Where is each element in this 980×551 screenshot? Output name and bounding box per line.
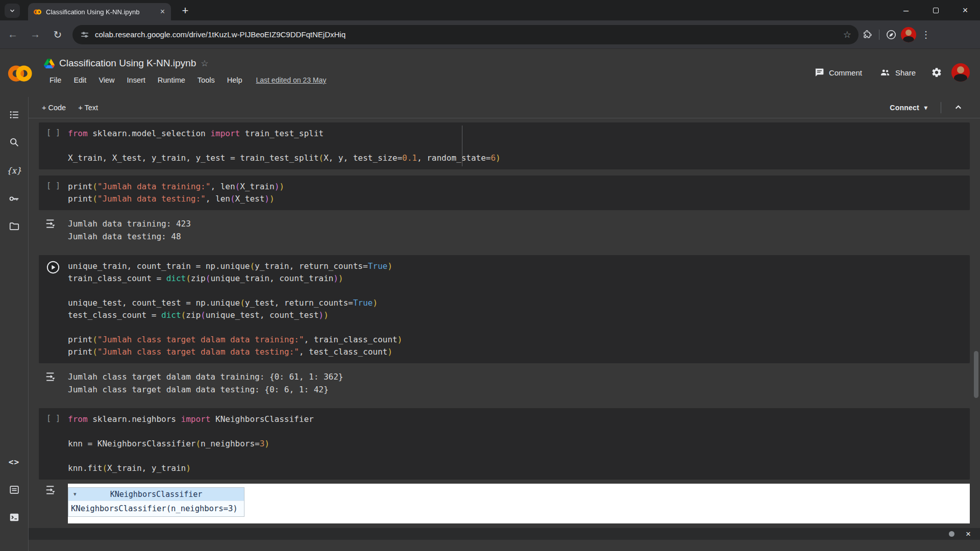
address-bar[interactable]: colab.research.google.com/drive/1tKuzLw-… xyxy=(72,25,859,44)
panel-close-button[interactable]: × xyxy=(966,530,971,538)
code-cell[interactable]: [ ]print("Jumlah data training:", len(X_… xyxy=(39,176,970,210)
chevron-up-icon xyxy=(954,103,963,112)
drive-icon xyxy=(44,59,55,68)
cell-output-button[interactable] xyxy=(39,484,68,523)
back-button[interactable]: ← xyxy=(3,25,22,44)
colab-favicon-icon xyxy=(33,8,42,16)
site-info-icon[interactable] xyxy=(80,30,90,40)
menu-edit[interactable]: Edit xyxy=(68,74,92,86)
table-of-contents-button[interactable] xyxy=(4,105,24,125)
performance-button[interactable] xyxy=(883,26,900,43)
toolbar-divider xyxy=(941,102,941,113)
cell-output-button[interactable] xyxy=(39,370,68,396)
maximize-button[interactable] xyxy=(921,0,950,20)
comment-button[interactable]: Comment xyxy=(808,64,868,81)
people-icon xyxy=(879,67,891,78)
bookmark-icon[interactable]: ☆ xyxy=(843,29,851,40)
run-cell-button[interactable] xyxy=(39,260,68,358)
gear-icon xyxy=(931,67,942,78)
settings-button[interactable] xyxy=(927,63,946,82)
bottom-panel-bar: × xyxy=(29,528,980,540)
browser-window: Classification Using K-NN.ipynb × + – × … xyxy=(0,0,980,551)
collapse-sections-button[interactable] xyxy=(950,100,966,115)
connect-label: Connect xyxy=(890,104,919,112)
puzzle-icon xyxy=(862,29,873,40)
forward-button[interactable]: → xyxy=(26,25,45,44)
menu-bar: FileEditViewInsertRuntimeToolsHelpLast e… xyxy=(44,74,326,86)
last-edited-link[interactable]: Last edited on 23 May xyxy=(256,76,327,84)
tab-close-button[interactable]: × xyxy=(159,8,166,16)
tab-search-button[interactable] xyxy=(5,4,20,18)
code-editor[interactable]: from sklearn.model_selection import trai… xyxy=(68,128,970,164)
menu-help[interactable]: Help xyxy=(222,74,248,86)
code-line: test_class_count = dict(zip(unique_test,… xyxy=(68,309,970,321)
leaf-icon xyxy=(886,29,897,40)
cell-output: Jumlah data training: 423Jumlah data tes… xyxy=(39,217,970,243)
code-line: knn.fit(X_train, y_train) xyxy=(68,462,970,474)
variables-icon: {x} xyxy=(7,166,21,176)
maximize-icon xyxy=(933,8,939,13)
terminal-button[interactable] xyxy=(4,507,24,528)
extensions-button[interactable] xyxy=(859,26,876,43)
search-button[interactable] xyxy=(4,132,24,153)
code-line: train_class_count = dict(zip(unique_trai… xyxy=(68,272,970,285)
cell-output-button[interactable] xyxy=(39,217,68,243)
kebab-menu-icon: ⋮ xyxy=(921,29,930,40)
cell-output: ▾KNeighborsClassifierKNeighborsClassifie… xyxy=(39,484,970,523)
code-line: from sklearn.model_selection import trai… xyxy=(68,128,970,140)
code-line: print("Jumlah data testing:", len(X_test… xyxy=(68,193,970,205)
browser-tab[interactable]: Classification Using K-NN.ipynb × xyxy=(28,3,171,20)
folder-icon xyxy=(9,221,20,232)
cell-output: Jumlah class target dalam data training:… xyxy=(39,370,970,396)
star-notebook-icon[interactable]: ☆ xyxy=(201,58,208,69)
menu-file[interactable]: File xyxy=(44,74,67,86)
files-button[interactable] xyxy=(4,216,24,237)
menu-runtime[interactable]: Runtime xyxy=(152,74,191,86)
command-palette-button[interactable] xyxy=(4,480,24,500)
command-palette-icon xyxy=(9,484,20,495)
colab-logo[interactable] xyxy=(7,61,33,86)
secrets-button[interactable] xyxy=(4,188,24,209)
code-line: X_train, X_test, y_train, y_test = train… xyxy=(68,152,970,164)
vertical-scrollbar[interactable] xyxy=(974,351,978,398)
connect-button[interactable]: Connect ▾ xyxy=(886,101,932,114)
key-icon xyxy=(8,193,20,205)
estimator-header[interactable]: ▾KNeighborsClassifier xyxy=(68,488,244,501)
menu-view[interactable]: View xyxy=(93,74,120,86)
new-tab-button[interactable]: + xyxy=(178,3,193,18)
code-editor[interactable]: print("Jumlah data training:", len(X_tra… xyxy=(68,181,970,205)
code-snippets-button[interactable]: <> xyxy=(4,452,24,472)
tab-title: Classification Using K-NN.ipynb xyxy=(46,8,155,16)
reload-button[interactable]: ↻ xyxy=(48,25,67,44)
notebook-toolbar: + Code + Text Connect ▾ xyxy=(29,97,980,118)
code-line xyxy=(68,425,970,438)
colab-profile-avatar[interactable] xyxy=(951,63,970,82)
estimator-box[interactable]: ▾KNeighborsClassifierKNeighborsClassifie… xyxy=(68,487,244,517)
code-cell[interactable]: [ ]from sklearn.neighbors import KNeighb… xyxy=(39,408,970,480)
add-code-button[interactable]: + Code xyxy=(36,101,72,115)
menu-insert[interactable]: Insert xyxy=(121,74,151,86)
output-text: Jumlah class target dalam data training:… xyxy=(68,370,970,396)
window-close-button[interactable]: × xyxy=(950,0,980,20)
tab-strip: Classification Using K-NN.ipynb × + – × xyxy=(0,0,980,20)
colab-header: Classification Using K-NN.ipynb ☆ FileEd… xyxy=(0,49,980,97)
left-sidebar: {x} <> xyxy=(0,97,29,551)
run-cell-button[interactable]: [ ] xyxy=(39,128,68,164)
code-editor[interactable]: from sklearn.neighbors import KNeighbors… xyxy=(68,413,970,474)
code-editor[interactable]: unique_train, count_train = np.unique(y_… xyxy=(68,260,970,358)
code-cell[interactable]: [ ]from sklearn.model_selection import t… xyxy=(39,122,970,169)
run-cell-button[interactable]: [ ] xyxy=(39,413,68,474)
code-cell[interactable]: unique_train, count_train = np.unique(y_… xyxy=(39,255,970,363)
variables-button[interactable]: {x} xyxy=(4,160,24,181)
browser-profile-button[interactable] xyxy=(900,26,917,43)
output-actions-icon xyxy=(45,371,56,382)
notebook-title[interactable]: Classification Using K-NN.ipynb xyxy=(59,58,196,69)
run-cell-button[interactable]: [ ] xyxy=(39,181,68,205)
minimize-button[interactable]: – xyxy=(891,0,921,20)
add-text-button[interactable]: + Text xyxy=(72,101,104,115)
menu-tools[interactable]: Tools xyxy=(192,74,220,86)
share-button[interactable]: Share xyxy=(873,63,922,82)
browser-menu-button[interactable]: ⋮ xyxy=(917,26,935,43)
expand-caret-icon[interactable]: ▾ xyxy=(74,491,77,497)
share-label: Share xyxy=(895,68,916,77)
